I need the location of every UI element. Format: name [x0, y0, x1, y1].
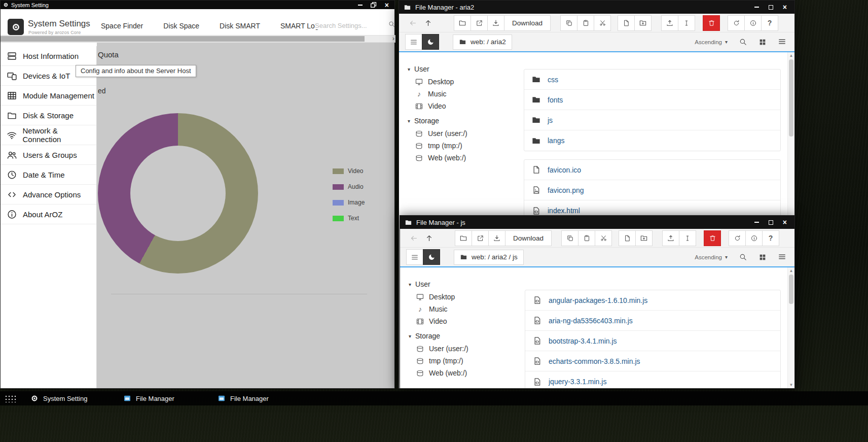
sidebar-item-advance-options[interactable]: Advance Options — [1, 185, 96, 205]
paste-button[interactable] — [578, 230, 595, 246]
scrollbar-thumb[interactable] — [1, 36, 365, 42]
tab-space-finder[interactable]: Space Finder — [91, 22, 153, 30]
list-view-icon[interactable] — [778, 253, 786, 261]
folder-row[interactable]: langs — [524, 130, 780, 151]
open-new-window-button[interactable] — [472, 230, 489, 246]
tree-item-web-drive[interactable]: Web (web:/) — [399, 152, 524, 164]
minimize-button[interactable] — [754, 7, 759, 8]
dark-mode-button[interactable] — [422, 34, 439, 50]
tree-item-user-drive[interactable]: User (user:/) — [399, 127, 524, 140]
sidebar-item-disk-storage[interactable]: Disk & Storage — [1, 106, 96, 125]
upload-button[interactable] — [662, 230, 679, 246]
folder-row[interactable]: fonts — [524, 90, 780, 110]
restore-button[interactable] — [371, 2, 377, 8]
fm-titlebar[interactable]: File Manager - js × — [400, 216, 794, 229]
maximize-button[interactable] — [769, 220, 773, 225]
file-row[interactable]: favicon.ico — [524, 160, 780, 180]
upload-button[interactable] — [661, 15, 678, 31]
list-view-icon[interactable] — [778, 38, 786, 46]
tree-group-storage[interactable]: ▾Storage — [399, 114, 524, 127]
download-button[interactable]: Download — [505, 230, 552, 246]
file-row[interactable]: echarts-common-3.8.5.min.js — [525, 351, 780, 371]
rename-button[interactable] — [678, 15, 695, 31]
tree-group-user[interactable]: ▾User — [399, 62, 524, 76]
back-button[interactable] — [406, 230, 421, 246]
tab-disk-space[interactable]: Disk Space — [153, 22, 209, 30]
open-folder-button[interactable] — [455, 230, 472, 246]
download-icon-button[interactable] — [487, 15, 504, 31]
maximize-button[interactable] — [769, 5, 773, 10]
minimize-button[interactable] — [358, 5, 363, 6]
new-folder-button[interactable] — [634, 15, 652, 31]
tree-item-video[interactable]: Video — [400, 315, 525, 327]
menu-button[interactable] — [406, 249, 423, 265]
rename-button[interactable] — [679, 230, 696, 246]
back-button[interactable] — [405, 15, 420, 30]
taskbar-item-file-manager-1[interactable]: File Manager — [123, 391, 174, 405]
tree-item-music[interactable]: ♪Music — [399, 88, 524, 100]
delete-button[interactable] — [704, 230, 721, 246]
up-button[interactable] — [420, 15, 436, 30]
sort-dropdown[interactable]: Ascending ▾ — [695, 39, 728, 45]
file-row[interactable]: angular-packages-1.6.10.min.js — [525, 290, 780, 311]
paste-button[interactable] — [577, 15, 594, 31]
taskbar-item-system-setting[interactable]: System Setting — [30, 391, 87, 405]
folder-row[interactable]: js — [524, 110, 780, 130]
tab-disk-smart[interactable]: Disk SMART — [209, 22, 270, 30]
breadcrumb[interactable]: web: / aria2 / js — [454, 250, 524, 265]
close-button[interactable]: × — [783, 4, 787, 11]
up-button[interactable] — [421, 230, 437, 246]
sidebar-item-module-management[interactable]: Module Management — [1, 86, 96, 106]
sidebar-item-date-time[interactable]: Date & Time — [1, 165, 96, 185]
taskbar-item-file-manager-2[interactable]: File Manager — [218, 391, 269, 405]
vertical-scrollbar[interactable]: ▲ ▼ — [787, 267, 794, 388]
help-button[interactable]: ? — [762, 230, 779, 246]
copy-button[interactable] — [561, 230, 578, 246]
new-folder-button[interactable] — [635, 230, 653, 246]
tree-item-user-drive[interactable]: User (user:/) — [400, 343, 525, 355]
open-new-window-button[interactable] — [471, 15, 488, 31]
breadcrumb[interactable]: web: / aria2 — [453, 35, 512, 50]
sidebar-item-about-aroz[interactable]: About ArOZ — [1, 205, 96, 224]
info-button[interactable] — [745, 230, 763, 246]
close-button[interactable]: × — [783, 219, 787, 226]
menu-button[interactable] — [405, 34, 422, 50]
info-button[interactable] — [744, 15, 762, 31]
file-row[interactable]: aria-ng-da5356c403.min.js — [525, 311, 780, 331]
tree-item-tmp-drive[interactable]: tmp (tmp:/) — [400, 355, 525, 367]
new-file-button[interactable] — [618, 15, 635, 31]
grid-view-icon[interactable] — [758, 253, 767, 261]
search-icon[interactable] — [739, 253, 747, 261]
tree-item-video[interactable]: Video — [399, 100, 524, 112]
download-button[interactable]: Download — [504, 15, 551, 31]
download-icon-button[interactable] — [488, 230, 505, 246]
folder-row[interactable]: css — [524, 70, 780, 90]
tree-item-tmp-drive[interactable]: tmp (tmp:/) — [399, 140, 524, 152]
cut-button[interactable] — [594, 15, 611, 31]
minimize-button[interactable] — [754, 222, 759, 223]
search-icon[interactable] — [739, 38, 747, 46]
scroll-up-arrow-icon[interactable]: ▲ — [788, 53, 794, 58]
scroll-right-arrow-icon[interactable]: › — [392, 35, 394, 42]
delete-button[interactable] — [703, 15, 720, 31]
scrollbar-thumb[interactable] — [789, 275, 793, 304]
search-icon[interactable] — [388, 20, 395, 28]
horizontal-scrollbar[interactable]: › — [1, 35, 395, 43]
refresh-button[interactable] — [728, 15, 745, 31]
grid-view-icon[interactable] — [758, 38, 767, 46]
refresh-button[interactable] — [729, 230, 746, 246]
close-button[interactable]: × — [385, 2, 389, 9]
dark-mode-button[interactable] — [423, 249, 440, 265]
tree-item-music[interactable]: ♪Music — [400, 303, 525, 315]
app-launcher-grid-icon[interactable] — [5, 395, 16, 402]
tree-item-desktop[interactable]: Desktop — [400, 291, 525, 303]
tree-item-web-drive[interactable]: Web (web:/) — [400, 367, 525, 379]
tree-group-storage[interactable]: ▾Storage — [400, 329, 525, 343]
scroll-up-arrow-icon[interactable]: ▲ — [788, 268, 794, 273]
tree-group-user[interactable]: ▾User — [400, 278, 525, 291]
search-settings-input[interactable] — [315, 22, 380, 29]
sidebar-item-host-information[interactable]: Host Information — [1, 46, 96, 66]
file-row[interactable]: bootstrap-3.4.1.min.js — [525, 331, 780, 351]
scrollbar-thumb[interactable] — [789, 59, 793, 137]
file-row[interactable]: favicon.png — [524, 180, 780, 200]
